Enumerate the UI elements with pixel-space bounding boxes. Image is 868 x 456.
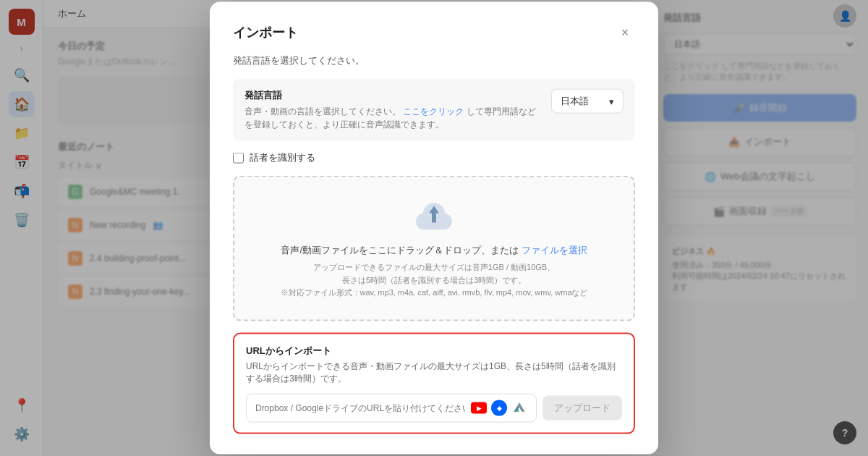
dropzone[interactable]: 音声/動画ファイルをここにドラッグ＆ドロップ、または ファイルを選択 アップロー…: [233, 176, 635, 321]
dropzone-sub2: 長さは5時間（話者を識別する場合は3時間）です。: [249, 274, 619, 287]
upload-button[interactable]: アップロード: [542, 395, 622, 420]
lang-dropdown-value: 日本語: [561, 95, 589, 108]
url-input[interactable]: [255, 402, 465, 413]
lang-desc: 音声・動画の言語を選択してください。 ここをクリック して専門用語などを登録して…: [244, 105, 542, 131]
modal-header: インポート ×: [233, 22, 635, 43]
lang-desc-text1: 音声・動画の言語を選択してください。: [244, 106, 401, 117]
language-section: 発話言語 音声・動画の言語を選択してください。 ここをクリック して専門用語など…: [233, 79, 635, 141]
chevron-down-icon: ▾: [609, 96, 614, 106]
lang-label: 発話言語: [244, 89, 542, 102]
dropzone-main-text: 音声/動画ファイルをここにドラッグ＆ドロップ、または ファイルを選択: [249, 244, 619, 257]
url-service-icons: ▶ ◆: [471, 400, 527, 415]
url-input-row: ▶ ◆ アップロード: [246, 393, 622, 422]
lang-row: 発話言語 音声・動画の言語を選択してください。 ここをクリック して専門用語など…: [244, 89, 624, 131]
file-select-link[interactable]: ファイルを選択: [522, 245, 587, 256]
lang-desc-link[interactable]: ここをクリック: [403, 106, 464, 117]
dropzone-sub1: アップロードできるファイルの最大サイズは音声1GB / 動画10GB、: [249, 261, 619, 274]
modal-close-button[interactable]: ×: [615, 22, 635, 43]
gdrive-icon: [511, 400, 527, 415]
dropzone-sub3: ※対応ファイル形式：wav, mp3, m4a, caf, aiff, avi,…: [249, 287, 619, 300]
speaker-checkbox[interactable]: [233, 152, 244, 163]
url-input-wrapper: ▶ ◆: [246, 393, 537, 422]
url-import-desc: URLからインポートできる音声・動画ファイルの最大サイズは1GB、長さは5時間（…: [246, 360, 622, 384]
url-import-title: URLからインポート: [246, 344, 622, 357]
modal-title: インポート: [233, 24, 298, 41]
lang-left: 発話言語 音声・動画の言語を選択してください。 ここをクリック して専門用語など…: [244, 89, 542, 131]
dropbox-icon: ◆: [491, 400, 507, 415]
url-import-section: URLからインポート URLからインポートできる音声・動画ファイルの最大サイズは…: [233, 332, 635, 434]
import-modal: インポート × 発話言語を選択してください。 発話言語 音声・動画の言語を選択し…: [210, 2, 658, 455]
youtube-icon: ▶: [471, 402, 487, 413]
speaker-label: 話者を識別する: [250, 151, 315, 164]
modal-subtitle: 発話言語を選択してください。: [233, 54, 635, 67]
speaker-row: 話者を識別する: [233, 151, 635, 164]
upload-cloud-icon: [249, 198, 619, 237]
lang-dropdown[interactable]: 日本語 ▾: [551, 89, 624, 114]
